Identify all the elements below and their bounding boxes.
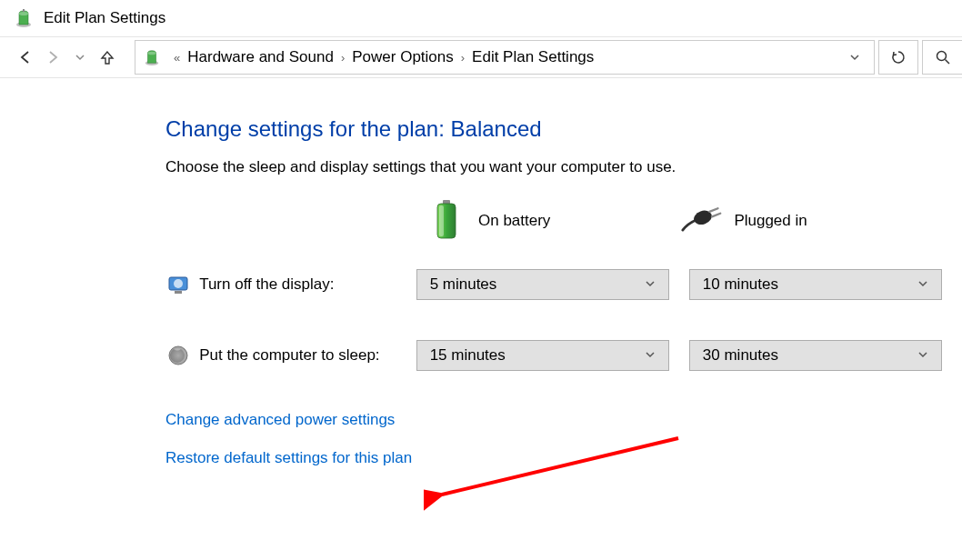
display-timeout-label: Turn off the display: xyxy=(199,275,416,294)
sleep-timeout-row: Put the computer to sleep: 15 minutes 30… xyxy=(165,340,962,371)
window-title: Edit Plan Settings xyxy=(44,9,165,27)
display-icon xyxy=(165,272,190,297)
sleep-icon xyxy=(165,343,190,368)
restore-defaults-link[interactable]: Restore default settings for this plan xyxy=(165,449,962,467)
chevron-down-icon xyxy=(645,346,656,365)
address-dropdown[interactable] xyxy=(841,52,868,63)
sleep-battery-dropdown[interactable]: 15 minutes xyxy=(416,340,669,371)
forward-button[interactable] xyxy=(40,45,65,70)
sleep-battery-value: 15 minutes xyxy=(430,346,506,365)
display-timeout-row: Turn off the display: 5 minutes 10 minut… xyxy=(165,269,962,300)
display-battery-dropdown[interactable]: 5 minutes xyxy=(416,269,669,300)
chevron-down-icon xyxy=(917,346,928,365)
recent-dropdown[interactable] xyxy=(67,45,93,70)
display-battery-value: 5 minutes xyxy=(430,275,497,294)
svg-rect-15 xyxy=(175,291,182,294)
breadcrumb-power-options[interactable]: Power Options xyxy=(352,48,454,66)
advanced-settings-link[interactable]: Change advanced power settings xyxy=(165,411,962,429)
refresh-button[interactable] xyxy=(878,40,918,75)
sleep-timeout-label: Put the computer to sleep: xyxy=(199,346,416,365)
content-area: Change settings for the plan: Balanced C… xyxy=(0,78,962,467)
chevron-down-icon xyxy=(917,275,928,294)
chevron-down-icon xyxy=(645,275,656,294)
plugged-in-label: Plugged in xyxy=(734,212,807,230)
page-subtext: Choose the sleep and display settings th… xyxy=(165,158,962,176)
plug-icon xyxy=(681,200,723,242)
sleep-plugged-value: 30 minutes xyxy=(703,346,778,365)
toolbar: « Hardware and Sound › Power Options › E… xyxy=(0,36,962,78)
svg-rect-9 xyxy=(439,205,444,236)
title-bar: Edit Plan Settings xyxy=(0,0,962,36)
display-plugged-value: 10 minutes xyxy=(703,275,778,294)
svg-point-1 xyxy=(19,12,28,15)
chevron-right-icon[interactable]: › xyxy=(341,51,345,65)
svg-point-4 xyxy=(147,52,155,55)
search-button[interactable] xyxy=(922,40,962,75)
breadcrumb-hardware[interactable]: Hardware and Sound xyxy=(187,48,334,66)
battery-icon xyxy=(426,200,467,242)
svg-line-6 xyxy=(945,60,949,65)
chevron-right-icon[interactable]: › xyxy=(461,51,465,65)
chevron-left-icon[interactable]: « xyxy=(174,51,180,65)
on-battery-label: On battery xyxy=(478,212,550,230)
svg-point-5 xyxy=(937,52,946,61)
display-plugged-dropdown[interactable]: 10 minutes xyxy=(689,269,942,300)
columns-header: On battery Plugged in xyxy=(426,200,962,242)
svg-line-11 xyxy=(710,208,718,212)
svg-line-12 xyxy=(712,214,720,217)
back-button[interactable] xyxy=(13,45,38,70)
address-bar[interactable]: « Hardware and Sound › Power Options › E… xyxy=(135,40,875,75)
power-plan-icon xyxy=(13,7,35,29)
sleep-plugged-dropdown[interactable]: 30 minutes xyxy=(689,340,942,371)
page-heading: Change settings for the plan: Balanced xyxy=(165,116,962,142)
power-options-icon xyxy=(141,46,163,68)
breadcrumb-edit-plan[interactable]: Edit Plan Settings xyxy=(472,48,594,66)
svg-point-14 xyxy=(174,279,183,288)
up-button[interactable] xyxy=(95,45,120,70)
svg-rect-2 xyxy=(23,9,25,12)
